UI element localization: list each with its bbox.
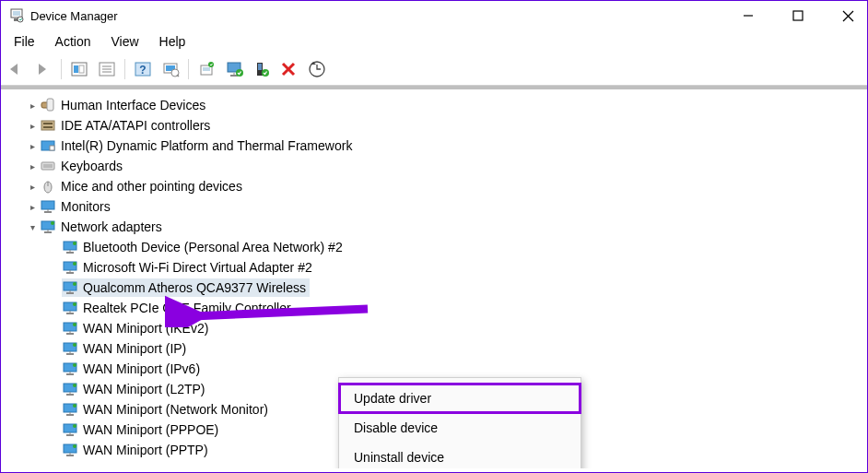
ctx-uninstall-device[interactable]: Uninstall device [339,443,581,468]
menu-help[interactable]: Help [152,32,194,51]
svg-point-78 [73,363,76,367]
svg-point-86 [73,404,76,408]
svg-point-50 [51,221,54,225]
ctx-disable-device[interactable]: Disable device [339,413,581,443]
expand-icon[interactable]: ▸ [27,100,38,111]
network-adapter-icon [62,340,78,357]
svg-rect-29 [258,64,262,70]
svg-point-54 [73,242,76,245]
svg-rect-35 [43,123,53,124]
category-label: Human Interface Devices [61,98,205,112]
menu-file[interactable]: File [6,32,42,51]
svg-rect-5 [793,11,803,20]
network-adapter-icon [62,259,78,276]
svg-rect-34 [41,121,54,130]
minimize-button[interactable] [740,7,757,24]
tree-item[interactable]: Realtek PCIe GBE Family Controller [1,298,867,318]
tree-item[interactable]: Bluetooth Device (Personal Area Network)… [1,237,867,257]
ctx-update-driver[interactable]: Update driver [339,384,581,413]
expand-icon[interactable]: ▸ [27,160,38,171]
menubar: File Action View Help [1,30,867,55]
app-icon [8,7,25,24]
network-adapter-icon [62,279,78,296]
tree-item[interactable]: WAN Miniport (IKEv2) [1,318,867,338]
collapse-icon[interactable]: ▾ [27,221,38,232]
maximize-button[interactable] [790,7,806,24]
tree-item[interactable]: WAN Miniport (IPv6) [1,359,867,379]
ide-icon [40,117,56,134]
nav-back-button[interactable] [3,57,29,81]
network-icon [40,219,56,235]
device-label: Bluetooth Device (Personal Area Network)… [83,240,343,254]
svg-point-66 [73,302,76,306]
toolbar: ? [1,55,867,86]
svg-rect-22 [203,67,210,71]
update-driver-button[interactable] [194,57,219,81]
svg-rect-44 [41,201,54,209]
close-button[interactable] [839,7,856,24]
category-label: Intel(R) Dynamic Platform and Thermal Fr… [61,138,352,153]
tree-category[interactable]: ▸ Human Interface Devices [1,95,867,115]
context-menu: Update driver Disable device Uninstall d… [338,377,581,468]
category-label: Network adapters [61,219,162,234]
svg-point-70 [73,323,76,326]
tree-category[interactable]: ▸ Mice and other pointing devices [1,176,867,196]
menu-action[interactable]: Action [48,32,99,51]
scan-hardware-button[interactable] [158,57,183,81]
tree-category-network-adapters[interactable]: ▾ Network adapters [1,217,867,237]
network-adapter-icon [62,442,78,458]
expand-icon[interactable]: ▸ [27,140,38,151]
expand-icon[interactable]: ▸ [27,201,38,212]
device-label: Qualcomm Atheros QCA9377 Wireless [83,280,306,295]
enable-device-button[interactable] [221,57,247,81]
category-label: Keyboards [61,159,123,173]
toolbar-separator [124,59,125,79]
svg-point-74 [73,343,76,347]
tree-category[interactable]: ▸ Keyboards [1,156,867,176]
nav-forward-button[interactable] [30,57,56,81]
expand-icon[interactable]: ▸ [27,120,38,131]
window-controls [740,7,863,24]
show-hide-tree-button[interactable] [66,57,92,81]
device-label: WAN Miniport (IKEv2) [83,321,208,336]
svg-point-90 [73,424,76,428]
device-tree: ▸ Human Interface Devices ▸ IDE ATA/ATAP… [1,86,867,468]
svg-point-23 [208,62,214,67]
tree-category[interactable]: ▸ IDE ATA/ATAPI controllers [1,115,867,136]
device-label: Microsoft Wi-Fi Direct Virtual Adapter #… [83,260,312,275]
category-label: Mice and other pointing devices [61,179,242,194]
svg-rect-1 [13,11,20,16]
mouse-icon [40,178,56,195]
tree-category[interactable]: ▸ Intel(R) Dynamic Platform and Thermal … [1,136,867,156]
tree-item[interactable]: WAN Miniport (IP) [1,338,867,359]
help-button[interactable]: ? [130,57,156,81]
add-legacy-hardware-button[interactable] [304,57,330,81]
device-label: WAN Miniport (PPTP) [83,443,208,457]
tree-item[interactable]: Qualcomm Atheros QCA9377 Wireless [1,278,867,298]
uninstall-device-button[interactable] [276,57,302,81]
svg-point-82 [73,384,76,387]
disable-device-button[interactable] [249,57,275,81]
properties-button[interactable] [94,57,120,81]
titlebar: Device Manager [1,1,867,30]
tree-item[interactable]: Microsoft Wi-Fi Direct Virtual Adapter #… [1,257,867,278]
svg-rect-39 [41,162,54,170]
network-adapter-icon [62,361,78,377]
network-adapter-icon [62,300,78,316]
toolbar-separator [61,59,62,79]
device-label: WAN Miniport (Network Monitor) [83,402,268,417]
network-adapter-icon [62,320,78,337]
window-title: Device Manager [30,9,118,23]
category-label: IDE ATA/ATAPI controllers [61,118,210,133]
device-label: WAN Miniport (IP) [83,341,186,356]
device-label: Realtek PCIe GBE Family Controller [83,301,291,315]
svg-rect-10 [79,65,84,73]
svg-rect-9 [74,65,78,73]
menu-view[interactable]: View [103,32,146,51]
expand-icon[interactable]: ▸ [27,181,38,192]
tree-category[interactable]: ▸ Monitors [1,196,867,217]
network-adapter-icon [62,401,78,418]
svg-rect-36 [43,126,53,128]
device-label: WAN Miniport (PPPOE) [83,422,218,437]
keyboard-icon [40,158,56,174]
